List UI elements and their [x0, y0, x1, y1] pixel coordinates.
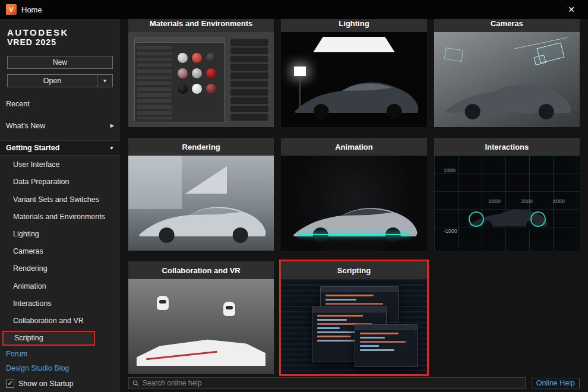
show-on-startup-label: Show on Startup — [18, 380, 73, 388]
card-title: Collaboration and VR — [128, 261, 274, 279]
content-area: AUTODESK VRED 2025 New Open ▼ Recent Wha… — [0, 19, 588, 392]
title-bar: V Home ✕ — [0, 0, 588, 19]
card-grid: Materials and Environments — [128, 19, 580, 374]
whats-new-label: What's New — [6, 122, 45, 130]
forum-link[interactable]: Forum — [0, 347, 120, 362]
wireframe-camera-2 — [444, 48, 463, 62]
sidebar-item-cameras[interactable]: Cameras — [0, 243, 120, 260]
card-grid-wrap: Materials and Environments — [120, 19, 588, 377]
sidebar-item-materials[interactable]: Materials and Environments — [0, 208, 120, 225]
robot-avatar — [223, 302, 235, 316]
card-title: Rendering — [128, 138, 274, 156]
ceiling-light — [313, 37, 394, 52]
sidebar-nav: Recent What's New ▶ Getting Started ▼ Us… — [0, 96, 120, 392]
axis-label: 1000 — [444, 167, 456, 173]
car-silhouette — [434, 70, 580, 124]
sidebar-item-user-interface[interactable]: User Interface — [0, 156, 120, 173]
sidebar-item-variant-sets[interactable]: Variant Sets and Switches — [0, 191, 120, 208]
sidebar-item-scripting[interactable]: Scripting — [2, 331, 95, 346]
open-canopy-door — [185, 166, 227, 194]
brand-logo: AUTODESK VRED 2025 — [0, 19, 120, 53]
card-thumbnail: 1000 2000 3000 4000 -1000 — [434, 156, 580, 251]
sidebar-item-animation[interactable]: Animation — [0, 277, 120, 295]
material-properties-panel — [230, 37, 269, 122]
sidebar-item-rendering[interactable]: Rendering — [0, 260, 120, 277]
card-thumbnail — [128, 156, 274, 251]
card-title: Scripting — [281, 261, 426, 279]
card-materials-and-environments[interactable]: Materials and Environments — [128, 19, 274, 127]
show-on-startup-row: ✓ Show on Startup — [0, 375, 120, 392]
close-button[interactable]: ✕ — [561, 0, 582, 19]
new-button[interactable]: New — [7, 56, 113, 69]
card-interactions[interactable]: Interactions 1000 2000 3000 4000 -1000 — [434, 138, 580, 251]
card-thumbnail — [281, 156, 426, 251]
card-thumbnail — [434, 32, 580, 127]
car-silhouette — [281, 70, 426, 124]
brand-line1: AUTODESK — [7, 27, 113, 37]
card-title: Materials and Environments — [128, 19, 274, 32]
card-lighting[interactable]: Lighting — [281, 19, 426, 127]
card-thumbnail — [128, 32, 274, 127]
hotspot-ring — [469, 211, 484, 227]
wireframe-camera-lens — [534, 55, 546, 65]
brand-line2: VRED 2025 — [7, 37, 113, 47]
window-title: Home — [21, 5, 42, 14]
open-button[interactable]: Open — [7, 74, 97, 87]
code-editor-window — [355, 324, 418, 367]
search-input[interactable] — [143, 379, 521, 387]
material-list — [137, 46, 172, 119]
robot-avatar — [157, 296, 169, 310]
card-title: Animation — [281, 138, 426, 156]
card-thumbnail — [281, 32, 426, 127]
underglow-light — [299, 234, 409, 235]
sidebar-item-whats-new[interactable]: What's New ▶ — [0, 118, 120, 134]
sidebar-item-data-preparation[interactable]: Data Preparation — [0, 173, 120, 191]
open-dropdown-caret-icon[interactable]: ▼ — [97, 74, 113, 87]
sidebar-item-lighting[interactable]: Lighting — [0, 225, 120, 242]
sidebar-item-recent[interactable]: Recent — [0, 96, 120, 112]
sidebar-item-interactions[interactable]: Interactions — [0, 295, 120, 312]
sidebar-item-collaboration[interactable]: Collaboration and VR — [0, 312, 120, 330]
search-icon — [132, 380, 139, 387]
online-help-link[interactable]: Online Help — [532, 378, 580, 388]
card-scripting[interactable]: Scripting — [281, 261, 426, 374]
home-window: V Home ✕ AUTODESK VRED 2025 New Open ▼ R… — [0, 0, 588, 392]
search-box[interactable] — [128, 377, 526, 389]
footer-bar: Online Help — [120, 377, 588, 392]
show-on-startup-checkbox[interactable]: ✓ — [6, 380, 14, 388]
sidebar: AUTODESK VRED 2025 New Open ▼ Recent Wha… — [0, 19, 120, 392]
car-silhouette — [128, 194, 274, 247]
card-thumbnail — [128, 279, 274, 374]
concept-car — [137, 337, 265, 366]
card-cameras[interactable]: Cameras — [434, 19, 580, 127]
vred-logo-icon: V — [6, 4, 17, 15]
open-split-button: Open ▼ — [7, 74, 113, 87]
card-title: Cameras — [434, 19, 580, 32]
getting-started-label: Getting Started — [6, 144, 59, 152]
card-collaboration-and-vr[interactable]: Collaboration and VR — [128, 261, 274, 374]
sidebar-section-getting-started[interactable]: Getting Started ▼ — [0, 140, 120, 156]
design-studio-blog-link[interactable]: Design Studio Blog — [0, 361, 120, 375]
main-panel: Materials and Environments — [120, 19, 588, 392]
card-rendering[interactable]: Rendering — [128, 138, 274, 251]
card-animation[interactable]: Animation — [281, 138, 426, 251]
recent-label: Recent — [6, 100, 30, 108]
chevron-down-icon: ▼ — [109, 146, 114, 151]
card-thumbnail — [281, 279, 426, 374]
car-silhouette — [434, 196, 580, 234]
card-title: Lighting — [281, 19, 426, 32]
car-silhouette — [281, 194, 426, 247]
material-editor-window — [134, 37, 225, 122]
card-title: Interactions — [434, 138, 580, 156]
chevron-right-icon: ▶ — [110, 123, 114, 128]
hotspot-ring — [530, 211, 546, 227]
